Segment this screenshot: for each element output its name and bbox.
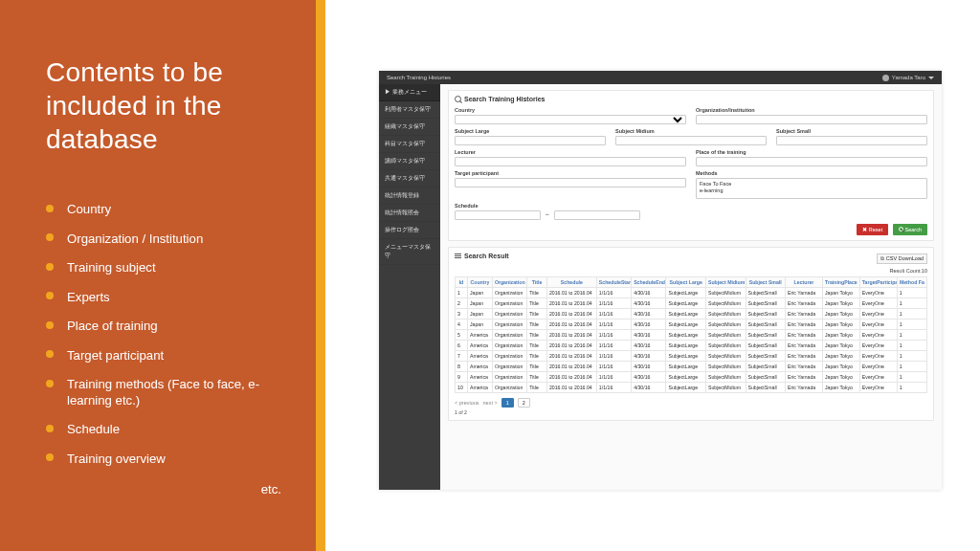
methods-option[interactable]: Face To Face xyxy=(700,181,924,187)
bullet-item: Training subject xyxy=(46,260,299,276)
pager-prev[interactable]: < previous xyxy=(455,400,479,406)
table-row[interactable]: 3JapanOrganizationTitle2016.01 to 2016.0… xyxy=(456,309,927,320)
table-header-cell[interactable]: Subject Large xyxy=(666,277,706,288)
table-cell: 1 xyxy=(456,288,468,298)
table-cell: Japan Tokyo xyxy=(822,288,859,298)
table-cell: SubjectLarge xyxy=(666,298,706,309)
table-cell: 1/1/16 xyxy=(596,383,631,393)
table-cell: Title xyxy=(527,288,547,298)
sidebar-item[interactable]: 統計情報照会 xyxy=(379,205,440,222)
table-cell: Japan Tokyo xyxy=(822,383,859,393)
table-row[interactable]: 6AmericaOrganizationTitle2016.01 to 2016… xyxy=(456,341,927,351)
table-header-cell[interactable]: Subject Midium xyxy=(705,277,746,288)
bullet-item: Training overview xyxy=(46,452,299,468)
table-header-cell[interactable]: Schedule xyxy=(546,277,596,288)
table-header-cell[interactable]: Organization xyxy=(492,277,526,288)
table-cell: Japan Tokyo xyxy=(822,330,859,341)
table-row[interactable]: 1JapanOrganizationTitle2016.01 to 2016.0… xyxy=(456,288,927,298)
table-cell: 2016.01 to 2016.04 xyxy=(546,288,596,298)
table-row[interactable]: 4JapanOrganizationTitle2016.01 to 2016.0… xyxy=(456,320,927,330)
label-subject-large: Subject Large xyxy=(455,128,606,134)
country-select[interactable] xyxy=(455,115,686,124)
label-schedule: Schedule xyxy=(455,203,640,209)
search-button[interactable]: Search xyxy=(893,224,927,235)
table-cell: 6 xyxy=(456,341,468,351)
table-cell: Organization xyxy=(492,330,526,341)
sidebar-header[interactable]: ▶ 業務メニュー xyxy=(379,84,440,101)
sidebar-item[interactable]: 利用者マスタ保守 xyxy=(379,101,440,119)
subject-small-input[interactable] xyxy=(776,136,927,145)
pager-page-2[interactable]: 2 xyxy=(518,398,530,408)
table-header-cell[interactable]: TargetParticipant xyxy=(859,277,897,288)
table-cell: 1/1/16 xyxy=(596,298,631,309)
table-cell: SubjectLarge xyxy=(666,383,706,393)
table-header-cell[interactable]: Country xyxy=(467,277,492,288)
search-panel-title: Search Training Histories xyxy=(455,96,927,102)
sidebar-item[interactable]: 統計情報登録 xyxy=(379,187,440,205)
table-row[interactable]: 10AmericaOrganizationTitle2016.01 to 201… xyxy=(456,383,927,393)
table-cell: Japan Tokyo xyxy=(822,351,859,362)
table-cell: 2016.01 to 2016.04 xyxy=(546,351,596,362)
table-cell: America xyxy=(467,383,492,393)
table-header-cell[interactable]: Subject Small xyxy=(746,277,786,288)
methods-option[interactable]: e-learning xyxy=(700,187,924,194)
search-panel-title-text: Search Training Histories xyxy=(464,96,545,102)
table-cell: 2016.01 to 2016.04 xyxy=(546,341,596,351)
table-cell: SubjectLarge xyxy=(666,320,706,330)
table-cell: 2016.01 to 2016.04 xyxy=(546,298,596,309)
table-cell: 1 xyxy=(897,383,926,393)
table-row[interactable]: 5AmericaOrganizationTitle2016.01 to 2016… xyxy=(456,330,927,341)
table-cell: EveryOne xyxy=(859,309,897,320)
sidebar-item[interactable]: メニューマスタ保守 xyxy=(379,239,440,265)
table-cell: Title xyxy=(527,383,547,393)
subject-large-input[interactable] xyxy=(455,136,606,145)
table-cell: 4 xyxy=(456,320,468,330)
sidebar-item[interactable]: 共通マスタ保守 xyxy=(379,170,440,187)
table-row[interactable]: 2JapanOrganizationTitle2016.01 to 2016.0… xyxy=(456,298,927,309)
reset-button[interactable]: ✖ Reset xyxy=(857,224,888,235)
table-cell: America xyxy=(467,362,492,372)
pager-page-1[interactable]: 1 xyxy=(501,398,514,408)
csv-download-button[interactable]: ⧉ CSV DownLoad xyxy=(877,253,927,264)
table-row[interactable]: 7AmericaOrganizationTitle2016.01 to 2016… xyxy=(456,351,927,362)
subject-midium-input[interactable] xyxy=(615,136,767,145)
table-cell: 8 xyxy=(456,362,468,372)
table-cell: Eric Yamada xyxy=(786,309,823,320)
table-cell: SubjectMidium xyxy=(705,341,746,351)
table-header-cell[interactable]: ScheduleEnd xyxy=(632,277,666,288)
table-cell: 1/1/16 xyxy=(596,372,631,383)
table-row[interactable]: 9AmericaOrganizationTitle2016.01 to 2016… xyxy=(456,372,927,383)
sidebar-item[interactable]: 科目マスタ保守 xyxy=(379,136,440,153)
target-input[interactable] xyxy=(455,178,686,187)
table-cell: 2 xyxy=(456,298,468,309)
table-header-cell[interactable]: Lecturer xyxy=(786,277,823,288)
table-row[interactable]: 8AmericaOrganizationTitle2016.01 to 2016… xyxy=(456,362,927,372)
table-cell: Eric Yamada xyxy=(786,298,823,309)
user-menu[interactable]: Yamada Taro xyxy=(882,75,934,81)
methods-listbox[interactable]: Face To Face e-learning xyxy=(696,178,927,199)
table-header-cell[interactable]: Title xyxy=(527,277,547,288)
schedule-start-input[interactable] xyxy=(455,210,541,220)
table-cell: 4/30/16 xyxy=(632,298,666,309)
table-cell: Eric Yamada xyxy=(786,372,823,383)
sidebar-item[interactable]: 操作ログ照会 xyxy=(379,222,440,239)
organization-input[interactable] xyxy=(696,115,927,124)
table-cell: 4/30/16 xyxy=(632,383,666,393)
table-cell: 2016.01 to 2016.04 xyxy=(546,362,596,372)
table-cell: Organization xyxy=(492,288,526,298)
sidebar-item[interactable]: 組織マスタ保守 xyxy=(379,119,440,136)
table-cell: America xyxy=(467,341,492,351)
accent-bar xyxy=(316,0,325,551)
table-header-cell[interactable]: Id xyxy=(456,277,468,288)
sidebar-item[interactable]: 講師マスタ保守 xyxy=(379,153,440,170)
table-header-cell[interactable]: TrainingPlace xyxy=(822,277,859,288)
table-cell: EveryOne xyxy=(859,330,897,341)
place-input[interactable] xyxy=(696,157,927,166)
pager-next[interactable]: next > xyxy=(483,400,498,406)
table-cell: Eric Yamada xyxy=(786,320,823,330)
table-header-cell[interactable]: Method Fa xyxy=(897,277,926,288)
lecturer-input[interactable] xyxy=(455,157,686,166)
schedule-end-input[interactable] xyxy=(554,210,640,220)
topbar-title: Search Training Histories xyxy=(387,75,451,80)
table-header-cell[interactable]: ScheduleStart xyxy=(596,277,631,288)
